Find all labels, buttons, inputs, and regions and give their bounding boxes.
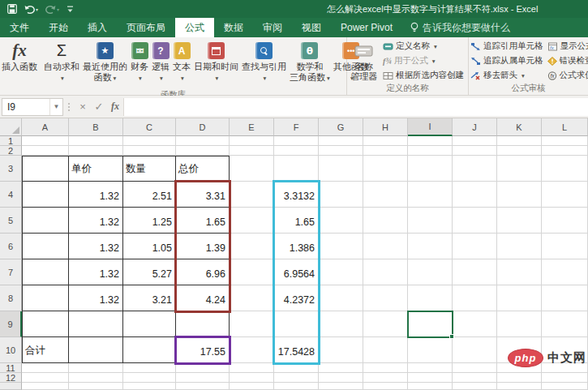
tab-file[interactable]: 文件 <box>0 18 39 37</box>
cell-I2[interactable] <box>408 146 453 156</box>
date-time-button[interactable]: 日期和时间 <box>192 39 240 84</box>
name-box-input[interactable] <box>2 101 49 113</box>
cell-D12[interactable] <box>176 373 230 383</box>
cell-L8[interactable] <box>542 285 588 311</box>
cell-D3[interactable]: 总价 <box>176 156 230 182</box>
save-button[interactable] <box>7 4 17 14</box>
row-header-7[interactable]: 7 <box>0 259 22 285</box>
tab-power-pivot[interactable]: Power Pivot <box>331 18 402 37</box>
autosum-button[interactable]: Σ 自动求和 <box>42 39 81 84</box>
column-header-K[interactable]: K <box>497 118 542 136</box>
cell-B13[interactable] <box>69 383 123 390</box>
cell-C3[interactable]: 数量 <box>123 156 176 182</box>
cell-D6[interactable]: 1.39 <box>176 234 230 259</box>
cell-C12[interactable] <box>123 373 176 383</box>
cell-C10[interactable] <box>123 337 176 363</box>
cell-F6[interactable]: 1.386 <box>274 234 319 259</box>
cell-H1[interactable] <box>363 136 408 146</box>
cell-I6[interactable] <box>408 234 453 259</box>
chevron-down-icon[interactable]: ▼ <box>49 99 62 115</box>
tab-formulas[interactable]: 公式 <box>175 18 214 37</box>
row-header-1[interactable]: 1 <box>0 136 22 146</box>
cell-H4[interactable] <box>363 182 408 208</box>
cell-D9[interactable] <box>176 311 230 337</box>
cell-H13[interactable] <box>363 383 408 390</box>
cell-L1[interactable] <box>542 136 588 146</box>
cell-B11[interactable] <box>69 363 123 373</box>
cell-I11[interactable] <box>408 363 453 373</box>
cell-L13[interactable] <box>542 383 588 390</box>
cell-F4[interactable]: 3.3132 <box>274 182 319 208</box>
cell-J12[interactable] <box>453 373 497 383</box>
cell-G5[interactable] <box>319 208 363 234</box>
cell-D13[interactable] <box>176 383 230 390</box>
cell-C11[interactable] <box>123 363 176 373</box>
cell-J3[interactable] <box>453 156 497 182</box>
cell-E11[interactable] <box>230 363 274 373</box>
formula-input[interactable] <box>123 98 588 116</box>
cell-L4[interactable] <box>542 182 588 208</box>
cell-E9[interactable] <box>230 311 274 337</box>
fill-handle[interactable] <box>449 334 454 339</box>
row-header-4[interactable]: 4 <box>0 182 22 208</box>
cell-G8[interactable] <box>319 285 363 311</box>
cell-I1[interactable] <box>408 136 453 146</box>
cell-B6[interactable]: 1.32 <box>69 234 123 259</box>
column-header-E[interactable]: E <box>230 118 274 136</box>
tab-review[interactable]: 审阅 <box>253 18 292 37</box>
cell-B12[interactable] <box>69 373 123 383</box>
cell-K8[interactable] <box>497 285 542 311</box>
column-header-I[interactable]: I <box>408 118 453 136</box>
cell-F3[interactable] <box>274 156 319 182</box>
cell-A2[interactable] <box>22 146 69 156</box>
cell-I13[interactable] <box>408 383 453 390</box>
cell-H6[interactable] <box>363 234 408 259</box>
cell-J5[interactable] <box>453 208 497 234</box>
cell-E3[interactable] <box>230 156 274 182</box>
cell-G9[interactable] <box>319 311 363 337</box>
cell-A11[interactable] <box>22 363 69 373</box>
cell-G11[interactable] <box>319 363 363 373</box>
error-checking-button[interactable]: 错误检查 <box>547 54 588 68</box>
column-header-G[interactable]: G <box>319 118 363 136</box>
cell-K9[interactable] <box>497 311 542 337</box>
cell-G2[interactable] <box>319 146 363 156</box>
redo-button[interactable]: ▾ <box>45 5 59 14</box>
cell-A4[interactable] <box>22 182 69 208</box>
cell-E4[interactable] <box>230 182 274 208</box>
row-header-8[interactable]: 8 <box>0 285 22 311</box>
cell-L3[interactable] <box>542 156 588 182</box>
logical-button[interactable]: ? 逻辑 <box>150 39 171 84</box>
cell-H9[interactable] <box>363 311 408 337</box>
cell-L2[interactable] <box>542 146 588 156</box>
cell-J2[interactable] <box>453 146 497 156</box>
tell-me-box[interactable]: 告诉我你想要做什么 <box>402 18 518 37</box>
cell-B2[interactable] <box>69 146 123 156</box>
cell-G6[interactable] <box>319 234 363 259</box>
column-header-A[interactable]: A <box>22 118 69 136</box>
cell-C9[interactable] <box>123 311 176 337</box>
row-header-6[interactable]: 6 <box>0 234 22 259</box>
select-all-corner[interactable] <box>0 118 22 136</box>
cell-F13[interactable] <box>274 383 319 390</box>
cell-I5[interactable] <box>408 208 453 234</box>
cell-L12[interactable] <box>542 373 588 383</box>
cell-F8[interactable]: 4.2372 <box>274 285 319 311</box>
cell-E8[interactable] <box>230 285 274 311</box>
cell-K4[interactable] <box>497 182 542 208</box>
cell-A7[interactable] <box>22 259 69 285</box>
row-header-10[interactable]: 10 <box>0 337 22 363</box>
tab-insert[interactable]: 插入 <box>78 18 117 37</box>
cell-I3[interactable] <box>408 156 453 182</box>
cell-K3[interactable] <box>497 156 542 182</box>
cell-G12[interactable] <box>319 373 363 383</box>
cell-B3[interactable]: 单价 <box>69 156 123 182</box>
create-from-selection-button[interactable]: 根据所选内容创建 <box>383 68 464 83</box>
cell-H5[interactable] <box>363 208 408 234</box>
cell-A5[interactable] <box>22 208 69 234</box>
cell-J1[interactable] <box>453 136 497 146</box>
cell-D10[interactable]: 17.55 <box>176 337 230 363</box>
cell-L7[interactable] <box>542 259 588 285</box>
cell-K12[interactable] <box>497 373 542 383</box>
math-trig-button[interactable]: θ 数学和 三角函数 <box>288 39 332 84</box>
